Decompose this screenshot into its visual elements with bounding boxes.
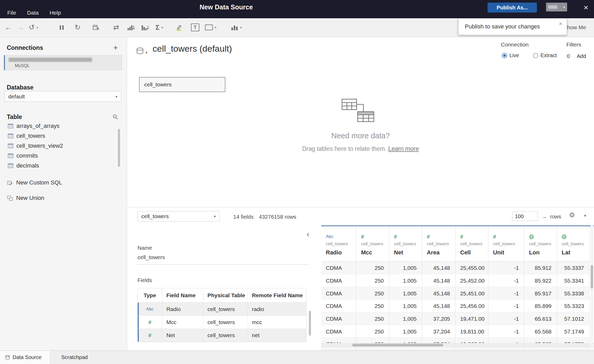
live-label: Live <box>509 52 519 58</box>
filters-add-link[interactable]: Add <box>577 53 586 59</box>
datasource-icon-dropdown[interactable]: ▾ <box>136 47 147 55</box>
cell: 85.899 <box>524 300 557 312</box>
tab-label: Scratchpad <box>61 354 88 360</box>
titlebar: File Data Help New Data Source Publish A… <box>0 0 594 18</box>
field-row-radio[interactable]: Abc Radio cell_towers radio <box>138 303 306 316</box>
table-list-scrollbar-thumb[interactable] <box>118 129 120 167</box>
canvas-table-node[interactable]: cell_towers <box>139 77 225 92</box>
name-underline <box>137 264 310 265</box>
publish-as-button[interactable]: Publish As... <box>488 3 537 13</box>
fields-count: 14 fields <box>233 214 254 220</box>
undo-button[interactable]: ← <box>5 18 12 37</box>
preview-column-mcc: # cell_towers Mcc 250 250 250 250 250 25… <box>356 226 389 350</box>
replay-button[interactable]: ↺ ▾ <box>29 18 38 37</box>
column-header-lat[interactable]: cell_towers Lat <box>557 226 589 261</box>
table-item-arrays-of-arrays[interactable]: arrays_of_arrays <box>0 121 127 131</box>
table-item-cell-towers[interactable]: cell_towers <box>0 131 127 141</box>
column-header-area[interactable]: # cell_towers Area <box>422 226 455 261</box>
horizontal-scrollbar-thumb[interactable] <box>352 344 443 347</box>
menu-file[interactable]: File <box>7 10 16 16</box>
cell: 250 <box>356 287 389 300</box>
apply-row-limit-button[interactable]: → <box>541 213 547 220</box>
new-union-button[interactable]: New Union <box>0 193 44 203</box>
caret-down-icon: ▾ <box>215 26 217 29</box>
statusbar: Data Source Scratchpad <box>0 350 594 364</box>
sort-descending-button[interactable] <box>141 18 149 37</box>
cell: 55.3337 <box>557 261 589 274</box>
table-item-label: arrays_of_arrays <box>16 123 59 129</box>
preview-table-select[interactable]: cell_towers ▾ <box>137 211 220 222</box>
run-update-button[interactable]: ↻ <box>75 18 81 37</box>
number-type-icon: # <box>427 234 430 240</box>
column-header-cell[interactable]: # cell_towers Cell <box>455 226 488 261</box>
database-select[interactable]: default ▾ <box>4 91 121 102</box>
table-item-label: decimals <box>16 162 39 169</box>
add-connection-button[interactable]: + <box>113 44 118 52</box>
user-menu-button[interactable]: ▾ <box>546 3 567 11</box>
menu-data[interactable]: Data <box>27 10 39 16</box>
cell: 45,148 <box>422 274 455 287</box>
gear-icon[interactable]: ⚙ <box>569 211 575 219</box>
tooltip-close-icon[interactable]: × <box>559 21 562 27</box>
window-close-button[interactable]: × <box>584 4 588 11</box>
fields-scrollbar-thumb[interactable] <box>309 311 311 336</box>
field-row-mcc[interactable]: # Mcc cell_towers mcc <box>138 316 306 329</box>
tab-scratchpad[interactable]: Scratchpad <box>56 351 93 364</box>
sort-ascending-button[interactable] <box>127 18 135 37</box>
column-name: Net <box>394 249 422 256</box>
table-item-decimals[interactable]: decimals <box>0 161 127 171</box>
totals-button[interactable]: Σ ▾ <box>155 18 163 37</box>
radio-selected-icon <box>502 53 507 58</box>
column-name: Cell <box>460 249 488 256</box>
table-item-commits[interactable]: commits <box>0 151 127 161</box>
col-remote-field-name: Remote Field Name <box>248 288 306 302</box>
highlight-button[interactable] <box>176 18 182 37</box>
cell: 250 <box>356 274 389 287</box>
relate-tables-illustration <box>341 98 380 123</box>
sigma-icon: Σ <box>155 23 160 32</box>
learn-more-link[interactable]: Learn more <box>388 145 419 152</box>
preview-vertical-scrollbar[interactable] <box>591 225 593 350</box>
preview-horizontal-scrollbar[interactable] <box>321 343 594 347</box>
vertical-scrollbar-thumb[interactable] <box>591 265 593 289</box>
column-header-radio[interactable]: Abc cell_towers Radio <box>321 226 356 261</box>
row-limit-input[interactable] <box>512 212 538 221</box>
bar-chart-icon <box>231 25 238 31</box>
connection-item[interactable]: MySQL <box>4 55 122 70</box>
clear-sheet-button[interactable] <box>93 18 99 37</box>
rows-count: 43276158 rows <box>259 214 296 220</box>
tab-label: Data Source <box>13 354 41 360</box>
column-header-lon[interactable]: cell_towers Lon <box>524 226 557 261</box>
redo-button[interactable]: → <box>17 18 24 37</box>
search-icon[interactable] <box>113 114 118 120</box>
cell: CDMA <box>321 261 356 274</box>
menu-help[interactable]: Help <box>50 10 61 16</box>
column-header-mcc[interactable]: # cell_towers Mcc <box>356 226 389 261</box>
number-type-icon: # <box>394 234 397 240</box>
connection-live-radio[interactable]: Live <box>502 52 519 58</box>
connection-label: Connection <box>501 41 529 48</box>
chevron-down-icon[interactable]: ▾ <box>584 213 586 218</box>
tab-data-source[interactable]: Data Source <box>0 351 50 364</box>
new-custom-sql-button[interactable]: New Custom SQL <box>0 178 62 188</box>
database-title: Database <box>7 84 33 91</box>
column-header-net[interactable]: # cell_towers Net <box>389 226 422 261</box>
column-header-unit[interactable]: # cell_towers Unit <box>488 226 524 261</box>
fit-dropdown[interactable]: ▾ <box>205 18 217 37</box>
field-row-net[interactable]: # Net cell_towers net <box>138 329 306 342</box>
col-physical-table: Physical Table <box>203 288 248 302</box>
caret-down-icon: ▾ <box>214 214 216 218</box>
remote-field-cell: mcc <box>248 316 306 329</box>
show-me-chart-button[interactable]: ▾ <box>231 18 242 37</box>
cell: -1 <box>488 287 524 300</box>
name-value-field[interactable]: cell_towers <box>137 254 165 260</box>
cell: -1 <box>488 325 524 338</box>
swap-rows-columns-button[interactable]: ⇄ <box>113 18 119 37</box>
pause-auto-updates-button[interactable] <box>59 18 64 37</box>
table-item-cell-towers-view2[interactable]: cell_towers_view2 <box>0 141 127 151</box>
redacted-username <box>548 5 557 9</box>
connection-extract-radio[interactable]: Extract <box>533 52 557 58</box>
collapse-metadata-button[interactable]: ‹ <box>307 229 309 238</box>
show-mark-labels-button[interactable]: T <box>191 18 199 37</box>
cell: 250 <box>356 300 389 312</box>
